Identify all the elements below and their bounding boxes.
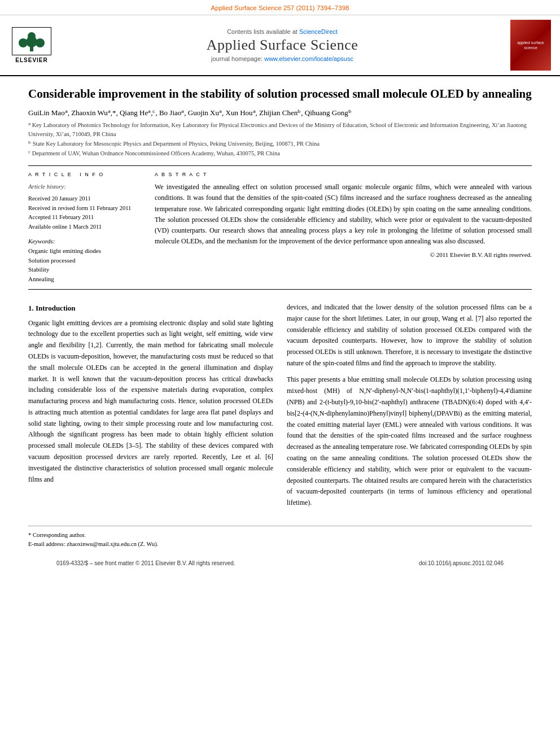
sciencedirect-link[interactable]: ScienceDirect	[299, 28, 338, 35]
article-info-block: Article history: Received 20 January 201…	[28, 182, 141, 232]
keyword-4: Annealing	[28, 274, 141, 284]
received-date: Received 20 January 2011	[28, 194, 141, 204]
intro-text-left: Organic light emitting devices are a pro…	[28, 318, 273, 486]
svg-point-3	[36, 38, 45, 47]
received-revised-date: Received in revised form 11 February 201…	[28, 204, 141, 213]
intro-paragraph-right-1: devices, and indicated that the lower de…	[287, 302, 532, 369]
affiliation-a: ᵃ Key Laboratory of Photonics Technology…	[28, 121, 532, 139]
section1-heading: 1. Introduction	[28, 302, 273, 314]
affiliations-block: ᵃ Key Laboratory of Photonics Technology…	[28, 121, 532, 158]
top-citation-bar: Applied Surface Science 257 (2011) 7394–…	[0, 0, 560, 15]
intro-text-right-1: devices, and indicated that the lower de…	[287, 302, 532, 369]
affiliation-b: ᵇ State Key Laboratory for Mesoscopic Ph…	[28, 139, 532, 148]
doi-line: doi:10.1016/j.apsusc.2011.02.046	[419, 560, 504, 566]
journal-homepage: journal homepage: www.elsevier.com/locat…	[211, 55, 353, 62]
keyword-1: Organic light emitting diodes	[28, 246, 141, 256]
copyright-line: © 2011 Elsevier B.V. All rights reserved…	[155, 251, 532, 258]
elsevier-logo-box	[12, 27, 51, 55]
intro-paragraph-right-2: This paper presents a blue emitting smal…	[287, 374, 532, 509]
abstract-col: A B S T R A C T We investigated the anne…	[155, 172, 532, 283]
article-history-label: Article history:	[28, 182, 141, 192]
accepted-date: Accepted 11 February 2011	[28, 213, 141, 222]
divider-top	[28, 165, 532, 166]
available-date: Available online 1 March 2011	[28, 222, 141, 232]
email-value: zhaoxinwu@mail.xjtu.edu.cn (Z. Wu).	[67, 541, 158, 547]
email-label: E-mail address:	[28, 541, 65, 547]
keyword-2: Solution processed	[28, 256, 141, 265]
article-container: Considerable improvement in the stabilit…	[0, 76, 560, 578]
elsevier-tree-icon	[18, 30, 46, 52]
journal-center: Contents lists available at ScienceDirec…	[60, 28, 505, 62]
body-two-col: 1. Introduction Organic light emitting d…	[28, 302, 532, 509]
intro-paragraph-left: Organic light emitting devices are a pro…	[28, 318, 273, 486]
intro-text-right-2: This paper presents a blue emitting smal…	[287, 374, 532, 509]
metadata-abstract-row: A R T I C L E I N F O Article history: R…	[28, 172, 532, 283]
abstract-text: We investigated the annealing effect on …	[155, 182, 532, 247]
keyword-3: Stability	[28, 265, 141, 274]
email-note: E-mail address: zhaoxinwu@mail.xjtu.edu.…	[28, 540, 532, 549]
keywords-label: Keywords:	[28, 238, 141, 244]
elsevier-brand-text: ELSEVIER	[15, 57, 47, 63]
citation-link[interactable]: Applied Surface Science 257 (2011) 7394–…	[211, 5, 349, 11]
body-left-col: 1. Introduction Organic light emitting d…	[28, 302, 273, 509]
body-right-col: devices, and indicated that the lower de…	[287, 302, 532, 509]
elsevier-logo: ELSEVIER	[9, 27, 54, 63]
homepage-url-link[interactable]: www.elsevier.com/locate/apsusc	[264, 55, 353, 62]
svg-point-4	[28, 32, 36, 40]
svg-point-2	[19, 38, 28, 47]
body-section: 1. Introduction Organic light emitting d…	[28, 302, 532, 509]
bottom-bar: 0169-4332/$ – see front matter © 2011 El…	[28, 560, 532, 566]
issn-line: 0169-4332/$ – see front matter © 2011 El…	[56, 560, 235, 566]
abstract-section-label: A B S T R A C T	[155, 172, 532, 177]
footnote-area: * Corresponding author. E-mail address: …	[28, 526, 532, 549]
article-info-col: A R T I C L E I N F O Article history: R…	[28, 172, 141, 283]
article-title: Considerable improvement in the stabilit…	[28, 86, 532, 102]
contents-available: Contents lists available at ScienceDirec…	[227, 28, 338, 35]
journal-header: ELSEVIER Contents lists available at Sci…	[0, 15, 560, 76]
affiliation-c: ᶜ Department of UAV, Wuhan Ordnance Nonc…	[28, 149, 532, 158]
authors-line: GuiLin Maoᵃ, Zhaoxin Wuᵃ,*, Qiang Heᵃ,ᶜ,…	[28, 108, 532, 117]
corresponding-author-note: * Corresponding author.	[28, 531, 532, 540]
cover-text: applied surface science	[510, 38, 551, 53]
article-info-label: A R T I C L E I N F O	[28, 172, 141, 177]
journal-cover-image: applied surface science	[510, 20, 551, 71]
divider-bottom	[28, 289, 532, 290]
journal-title: Applied Surface Science	[207, 37, 358, 54]
